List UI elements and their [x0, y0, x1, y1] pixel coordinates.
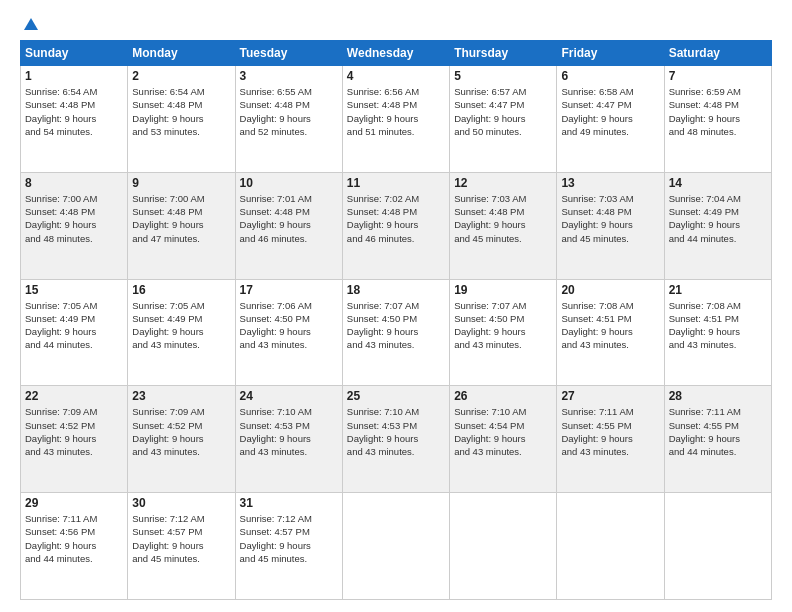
day-cell: 9Sunrise: 7:00 AM Sunset: 4:48 PM Daylig… — [128, 172, 235, 279]
day-number: 25 — [347, 389, 445, 403]
day-cell — [450, 493, 557, 600]
day-number: 31 — [240, 496, 338, 510]
day-cell — [557, 493, 664, 600]
day-cell: 6Sunrise: 6:58 AM Sunset: 4:47 PM Daylig… — [557, 66, 664, 173]
day-info: Sunrise: 7:11 AM Sunset: 4:55 PM Dayligh… — [669, 406, 741, 457]
day-number: 10 — [240, 176, 338, 190]
logo — [20, 16, 40, 30]
day-cell: 21Sunrise: 7:08 AM Sunset: 4:51 PM Dayli… — [664, 279, 771, 386]
day-number: 11 — [347, 176, 445, 190]
day-number: 24 — [240, 389, 338, 403]
day-info: Sunrise: 7:12 AM Sunset: 4:57 PM Dayligh… — [132, 513, 204, 564]
day-number: 3 — [240, 69, 338, 83]
day-cell: 26Sunrise: 7:10 AM Sunset: 4:54 PM Dayli… — [450, 386, 557, 493]
day-number: 2 — [132, 69, 230, 83]
day-info: Sunrise: 7:08 AM Sunset: 4:51 PM Dayligh… — [669, 300, 741, 351]
day-info: Sunrise: 7:12 AM Sunset: 4:57 PM Dayligh… — [240, 513, 312, 564]
day-info: Sunrise: 7:10 AM Sunset: 4:53 PM Dayligh… — [240, 406, 312, 457]
weekday-header-friday: Friday — [557, 41, 664, 66]
day-number: 7 — [669, 69, 767, 83]
logo-icon — [22, 16, 40, 34]
day-cell: 7Sunrise: 6:59 AM Sunset: 4:48 PM Daylig… — [664, 66, 771, 173]
day-info: Sunrise: 7:05 AM Sunset: 4:49 PM Dayligh… — [25, 300, 97, 351]
day-cell: 30Sunrise: 7:12 AM Sunset: 4:57 PM Dayli… — [128, 493, 235, 600]
day-cell: 18Sunrise: 7:07 AM Sunset: 4:50 PM Dayli… — [342, 279, 449, 386]
day-cell: 27Sunrise: 7:11 AM Sunset: 4:55 PM Dayli… — [557, 386, 664, 493]
weekday-header-tuesday: Tuesday — [235, 41, 342, 66]
weekday-header-monday: Monday — [128, 41, 235, 66]
day-info: Sunrise: 7:04 AM Sunset: 4:49 PM Dayligh… — [669, 193, 741, 244]
day-cell: 15Sunrise: 7:05 AM Sunset: 4:49 PM Dayli… — [21, 279, 128, 386]
day-number: 26 — [454, 389, 552, 403]
day-number: 30 — [132, 496, 230, 510]
day-cell: 20Sunrise: 7:08 AM Sunset: 4:51 PM Dayli… — [557, 279, 664, 386]
day-number: 20 — [561, 283, 659, 297]
day-info: Sunrise: 6:59 AM Sunset: 4:48 PM Dayligh… — [669, 86, 741, 137]
day-cell: 24Sunrise: 7:10 AM Sunset: 4:53 PM Dayli… — [235, 386, 342, 493]
day-cell: 31Sunrise: 7:12 AM Sunset: 4:57 PM Dayli… — [235, 493, 342, 600]
day-info: Sunrise: 7:03 AM Sunset: 4:48 PM Dayligh… — [561, 193, 633, 244]
day-info: Sunrise: 6:58 AM Sunset: 4:47 PM Dayligh… — [561, 86, 633, 137]
day-info: Sunrise: 7:09 AM Sunset: 4:52 PM Dayligh… — [132, 406, 204, 457]
day-info: Sunrise: 7:00 AM Sunset: 4:48 PM Dayligh… — [132, 193, 204, 244]
day-info: Sunrise: 6:56 AM Sunset: 4:48 PM Dayligh… — [347, 86, 419, 137]
day-cell: 14Sunrise: 7:04 AM Sunset: 4:49 PM Dayli… — [664, 172, 771, 279]
day-info: Sunrise: 7:09 AM Sunset: 4:52 PM Dayligh… — [25, 406, 97, 457]
day-number: 29 — [25, 496, 123, 510]
day-number: 28 — [669, 389, 767, 403]
day-cell: 28Sunrise: 7:11 AM Sunset: 4:55 PM Dayli… — [664, 386, 771, 493]
day-cell: 5Sunrise: 6:57 AM Sunset: 4:47 PM Daylig… — [450, 66, 557, 173]
week-row-1: 1Sunrise: 6:54 AM Sunset: 4:48 PM Daylig… — [21, 66, 772, 173]
day-info: Sunrise: 7:08 AM Sunset: 4:51 PM Dayligh… — [561, 300, 633, 351]
day-number: 12 — [454, 176, 552, 190]
day-number: 23 — [132, 389, 230, 403]
weekday-header-saturday: Saturday — [664, 41, 771, 66]
day-number: 9 — [132, 176, 230, 190]
day-cell: 8Sunrise: 7:00 AM Sunset: 4:48 PM Daylig… — [21, 172, 128, 279]
day-info: Sunrise: 7:10 AM Sunset: 4:53 PM Dayligh… — [347, 406, 419, 457]
day-info: Sunrise: 6:54 AM Sunset: 4:48 PM Dayligh… — [25, 86, 97, 137]
week-row-4: 22Sunrise: 7:09 AM Sunset: 4:52 PM Dayli… — [21, 386, 772, 493]
day-info: Sunrise: 7:07 AM Sunset: 4:50 PM Dayligh… — [454, 300, 526, 351]
day-cell: 12Sunrise: 7:03 AM Sunset: 4:48 PM Dayli… — [450, 172, 557, 279]
day-cell: 19Sunrise: 7:07 AM Sunset: 4:50 PM Dayli… — [450, 279, 557, 386]
day-info: Sunrise: 7:00 AM Sunset: 4:48 PM Dayligh… — [25, 193, 97, 244]
weekday-header-sunday: Sunday — [21, 41, 128, 66]
day-info: Sunrise: 7:11 AM Sunset: 4:56 PM Dayligh… — [25, 513, 97, 564]
day-number: 17 — [240, 283, 338, 297]
week-row-2: 8Sunrise: 7:00 AM Sunset: 4:48 PM Daylig… — [21, 172, 772, 279]
svg-marker-0 — [24, 18, 38, 30]
week-row-3: 15Sunrise: 7:05 AM Sunset: 4:49 PM Dayli… — [21, 279, 772, 386]
day-number: 8 — [25, 176, 123, 190]
day-cell: 23Sunrise: 7:09 AM Sunset: 4:52 PM Dayli… — [128, 386, 235, 493]
day-info: Sunrise: 7:01 AM Sunset: 4:48 PM Dayligh… — [240, 193, 312, 244]
day-number: 4 — [347, 69, 445, 83]
day-cell: 29Sunrise: 7:11 AM Sunset: 4:56 PM Dayli… — [21, 493, 128, 600]
day-number: 1 — [25, 69, 123, 83]
day-cell: 2Sunrise: 6:54 AM Sunset: 4:48 PM Daylig… — [128, 66, 235, 173]
day-cell: 1Sunrise: 6:54 AM Sunset: 4:48 PM Daylig… — [21, 66, 128, 173]
week-row-5: 29Sunrise: 7:11 AM Sunset: 4:56 PM Dayli… — [21, 493, 772, 600]
day-info: Sunrise: 7:05 AM Sunset: 4:49 PM Dayligh… — [132, 300, 204, 351]
day-number: 18 — [347, 283, 445, 297]
header — [20, 16, 772, 30]
day-number: 6 — [561, 69, 659, 83]
day-number: 19 — [454, 283, 552, 297]
calendar-page: SundayMondayTuesdayWednesdayThursdayFrid… — [0, 0, 792, 612]
weekday-header-wednesday: Wednesday — [342, 41, 449, 66]
day-cell: 4Sunrise: 6:56 AM Sunset: 4:48 PM Daylig… — [342, 66, 449, 173]
day-number: 5 — [454, 69, 552, 83]
day-cell: 3Sunrise: 6:55 AM Sunset: 4:48 PM Daylig… — [235, 66, 342, 173]
day-info: Sunrise: 7:07 AM Sunset: 4:50 PM Dayligh… — [347, 300, 419, 351]
day-number: 16 — [132, 283, 230, 297]
weekday-header-thursday: Thursday — [450, 41, 557, 66]
day-info: Sunrise: 6:54 AM Sunset: 4:48 PM Dayligh… — [132, 86, 204, 137]
day-cell: 22Sunrise: 7:09 AM Sunset: 4:52 PM Dayli… — [21, 386, 128, 493]
day-info: Sunrise: 7:06 AM Sunset: 4:50 PM Dayligh… — [240, 300, 312, 351]
day-cell: 17Sunrise: 7:06 AM Sunset: 4:50 PM Dayli… — [235, 279, 342, 386]
day-cell: 10Sunrise: 7:01 AM Sunset: 4:48 PM Dayli… — [235, 172, 342, 279]
day-info: Sunrise: 7:10 AM Sunset: 4:54 PM Dayligh… — [454, 406, 526, 457]
day-cell: 25Sunrise: 7:10 AM Sunset: 4:53 PM Dayli… — [342, 386, 449, 493]
day-info: Sunrise: 6:55 AM Sunset: 4:48 PM Dayligh… — [240, 86, 312, 137]
day-cell — [342, 493, 449, 600]
